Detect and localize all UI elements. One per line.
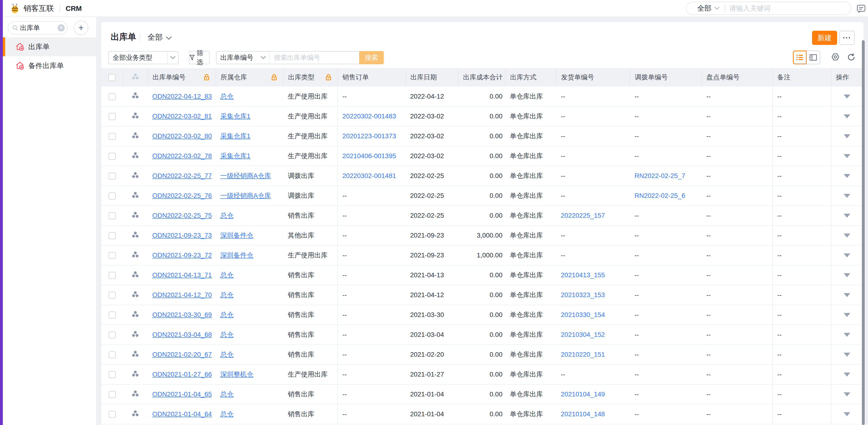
warehouse-link[interactable]: 采集仓库1: [220, 132, 251, 140]
column-header[interactable]: 出库日期: [406, 68, 458, 86]
order-no-link[interactable]: ODN2021-03-04_68: [152, 331, 212, 338]
order-no-link[interactable]: ODN2021-01-04_64: [152, 410, 212, 418]
row-actions-dropdown[interactable]: [844, 412, 850, 416]
column-header[interactable]: 销售订单: [338, 68, 406, 86]
search-input[interactable]: [270, 54, 359, 61]
warehouse-link[interactable]: 一级经销商A仓库: [220, 172, 271, 179]
warehouse-link[interactable]: 总仓: [220, 331, 234, 338]
row-checkbox[interactable]: [108, 272, 116, 279]
row-checkbox[interactable]: [108, 391, 116, 398]
order-no-link[interactable]: ODN2022-02-25_77: [152, 172, 212, 179]
row-checkbox[interactable]: [108, 312, 116, 319]
order-no-link[interactable]: ODN2021-04-13_71: [152, 271, 212, 279]
add-object-button[interactable]: +: [74, 21, 88, 35]
sidebar-item-0[interactable]: 出库单: [3, 37, 96, 56]
order-no-link[interactable]: ODN2021-04-12_70: [152, 291, 212, 299]
column-header[interactable]: 备注: [773, 68, 831, 86]
row-checkbox[interactable]: [108, 411, 116, 418]
delivery-no-link[interactable]: 20220225_157: [561, 212, 605, 219]
order-no-link[interactable]: ODN2021-09-23_72: [152, 252, 212, 259]
delivery-no-link[interactable]: 20210104_149: [561, 391, 605, 398]
sales-order-link[interactable]: 20201223-001373: [342, 132, 396, 140]
row-checkbox[interactable]: [108, 212, 116, 219]
delivery-no-link[interactable]: 20210413_155: [561, 271, 605, 279]
delivery-no-link[interactable]: 20210330_154: [561, 311, 605, 318]
row-actions-dropdown[interactable]: [844, 293, 850, 297]
sidebar-item-1[interactable]: 备件出库单: [3, 56, 96, 75]
warehouse-link[interactable]: 总仓: [220, 271, 234, 279]
order-no-link[interactable]: ODN2021-01-27_66: [152, 371, 212, 378]
warehouse-link[interactable]: 总仓: [220, 410, 234, 418]
order-no-link[interactable]: ODN2022-04-12_83: [152, 93, 212, 100]
global-search[interactable]: 全部: [686, 2, 851, 15]
warehouse-link[interactable]: 深圳备件仓: [220, 252, 253, 259]
warehouse-link[interactable]: 深圳整机仓: [220, 371, 253, 378]
column-header[interactable]: 出库成本合计: [458, 68, 505, 86]
row-actions-dropdown[interactable]: [844, 313, 850, 317]
view-scope-select[interactable]: 全部: [148, 32, 172, 42]
warehouse-link[interactable]: 采集仓库1: [220, 152, 251, 160]
global-search-scope[interactable]: 全部: [697, 4, 711, 13]
vertical-scrollbar[interactable]: [862, 40, 865, 425]
row-actions-dropdown[interactable]: [844, 114, 850, 118]
workbench-icon[interactable]: [856, 4, 866, 14]
row-checkbox[interactable]: [108, 371, 116, 378]
column-header[interactable]: 出库单编号: [148, 68, 216, 86]
column-header[interactable]: 出库方式: [505, 68, 556, 86]
warehouse-link[interactable]: 总仓: [220, 391, 234, 398]
search-button[interactable]: 搜索: [359, 51, 384, 64]
filter-button[interactable]: 筛选: [189, 51, 210, 64]
order-no-link[interactable]: ODN2021-02-20_67: [152, 351, 212, 358]
delivery-no-link[interactable]: 20210220_151: [561, 351, 605, 358]
refresh-icon[interactable]: [847, 53, 856, 61]
more-actions-button[interactable]: ···: [839, 31, 855, 45]
row-checkbox[interactable]: [108, 292, 116, 299]
warehouse-link[interactable]: 总仓: [220, 212, 234, 219]
order-no-link[interactable]: ODN2022-02-25_75: [152, 212, 212, 219]
select-all-checkbox[interactable]: [108, 74, 116, 81]
row-actions-dropdown[interactable]: [844, 154, 850, 158]
row-actions-dropdown[interactable]: [844, 353, 850, 357]
row-actions-dropdown[interactable]: [844, 94, 850, 98]
row-actions-dropdown[interactable]: [844, 233, 850, 237]
delivery-no-link[interactable]: 20210323_153: [561, 291, 605, 299]
warehouse-link[interactable]: 深圳备件仓: [220, 232, 253, 239]
sales-order-link[interactable]: 20220302-001481: [342, 172, 396, 179]
row-actions-dropdown[interactable]: [844, 333, 850, 337]
row-checkbox[interactable]: [108, 351, 116, 358]
order-no-link[interactable]: ODN2022-03-02_80: [152, 132, 212, 140]
business-type-select[interactable]: 全部业务类型: [108, 51, 179, 64]
row-checkbox[interactable]: [108, 153, 116, 160]
sales-order-link[interactable]: 20210406-001395: [342, 152, 396, 160]
row-checkbox[interactable]: [108, 331, 116, 339]
order-no-link[interactable]: ODN2022-02-25_76: [152, 192, 212, 199]
order-no-link[interactable]: ODN2021-03-30_69: [152, 311, 212, 318]
warehouse-link[interactable]: 总仓: [220, 93, 234, 100]
transfer-no-link[interactable]: RN2022-02-25_7: [634, 172, 685, 179]
row-checkbox[interactable]: [108, 232, 116, 239]
order-no-link[interactable]: ODN2021-01-04_65: [152, 391, 212, 398]
settings-icon[interactable]: [831, 53, 840, 61]
delivery-no-link[interactable]: 20210304_152: [561, 331, 605, 338]
new-button[interactable]: 新建: [812, 31, 837, 45]
delivery-no-link[interactable]: 20210104_148: [561, 410, 605, 418]
row-checkbox[interactable]: [108, 252, 116, 259]
column-header[interactable]: 盘点单编号: [702, 68, 773, 86]
column-header[interactable]: 调拨单编号: [630, 68, 702, 86]
row-actions-dropdown[interactable]: [844, 273, 850, 277]
clear-search-icon[interactable]: ✕: [58, 24, 65, 31]
column-header[interactable]: 所属仓库: [216, 68, 283, 86]
row-actions-dropdown[interactable]: [844, 253, 850, 257]
row-actions-dropdown[interactable]: [844, 214, 850, 218]
sidebar-search-input[interactable]: [20, 24, 51, 32]
row-actions-dropdown[interactable]: [844, 134, 850, 138]
warehouse-link[interactable]: 采集仓库1: [220, 113, 251, 120]
global-search-input[interactable]: [730, 4, 851, 12]
column-header[interactable]: 发货单编号: [556, 68, 630, 86]
board-view-button[interactable]: [807, 51, 820, 64]
row-actions-dropdown[interactable]: [844, 194, 850, 198]
sidebar-search[interactable]: ✕: [8, 21, 67, 34]
row-checkbox[interactable]: [108, 113, 116, 120]
row-actions-dropdown[interactable]: [844, 372, 850, 376]
list-view-button[interactable]: [793, 51, 807, 64]
